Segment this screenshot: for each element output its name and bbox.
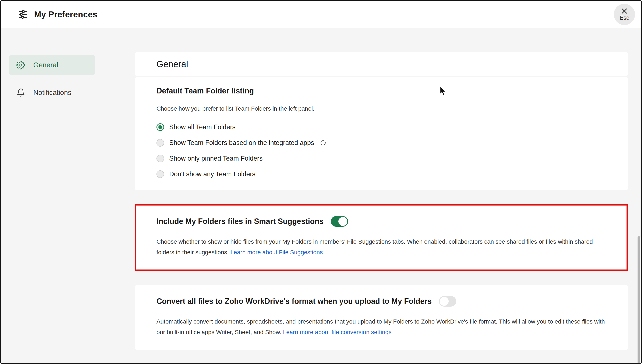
smart-suggestions-toggle-on[interactable] (331, 216, 348, 227)
gear-icon (16, 60, 25, 70)
radio-unselected-icon[interactable] (157, 170, 164, 178)
radio-option-dont-show[interactable]: Don't show any Team Folders (157, 170, 606, 178)
smart-suggestions-section-highlighted: Include My Folders files in Smart Sugges… (135, 204, 628, 271)
section-heading: Convert all files to Zoho WorkDrive's fo… (157, 297, 432, 306)
sidebar-item-label: General (33, 61, 58, 69)
close-button[interactable]: Esc (614, 4, 635, 25)
file-conversion-toggle-off[interactable] (439, 296, 456, 306)
section-heading: Default Team Folder listing (157, 86, 606, 95)
radio-unselected-icon[interactable] (157, 139, 164, 146)
general-section-title: General (135, 52, 628, 76)
toggle-knob (440, 297, 449, 306)
radio-selected-icon[interactable] (157, 123, 164, 131)
my-preferences-dialog: My Preferences Esc General (0, 0, 642, 364)
preferences-sliders-icon (18, 10, 28, 19)
file-conversion-section: Convert all files to Zoho WorkDrive's fo… (135, 285, 628, 350)
section-description: Choose whether to show or hide files fro… (157, 236, 606, 258)
page-title: My Preferences (34, 10, 98, 19)
sidebar-item-general[interactable]: General (9, 55, 95, 75)
vertical-scrollbar-thumb[interactable] (637, 236, 640, 364)
radio-option-show-all[interactable]: Show all Team Folders (157, 123, 606, 131)
sidebar-item-notifications[interactable]: Notifications (9, 83, 95, 102)
sidebar-item-label: Notifications (33, 88, 72, 96)
header-bar: My Preferences Esc (1, 1, 641, 28)
toggle-knob (338, 217, 347, 226)
radio-option-pinned-only[interactable]: Show only pinned Team Folders (157, 155, 606, 162)
section-heading: Include My Folders files in Smart Sugges… (157, 217, 324, 226)
file-suggestions-learn-more-link[interactable]: Learn more about File Suggestions (231, 249, 323, 256)
section-description: Automatically convert documents, spreads… (157, 316, 606, 338)
section-description: Choose how you prefer to list Team Folde… (157, 104, 606, 114)
file-conversion-learn-more-link[interactable]: Learn more about file conversion setting… (283, 329, 392, 336)
radio-unselected-icon[interactable] (157, 155, 164, 162)
close-icon (621, 8, 627, 14)
esc-key-label: Esc (619, 14, 629, 21)
team-folder-listing-options: Show all Team Folders Show Team Folders … (157, 123, 606, 178)
radio-option-integrated-apps[interactable]: Show Team Folders based on the integrate… (157, 139, 606, 146)
settings-sidebar: General Notifications (1, 28, 135, 364)
bell-icon (16, 88, 25, 97)
info-icon[interactable] (320, 140, 326, 146)
default-team-folder-listing-section: Default Team Folder listing Choose how y… (135, 77, 628, 190)
settings-main-panel: General Default Team Folder listing Choo… (135, 28, 641, 364)
